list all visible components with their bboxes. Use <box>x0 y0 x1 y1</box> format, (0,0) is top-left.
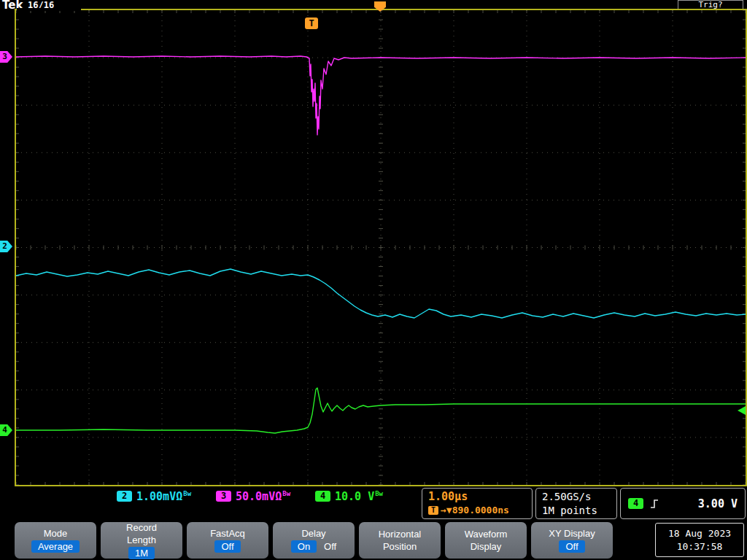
menu-button-delay[interactable]: Delay On Off <box>273 522 355 559</box>
timebase-scale: 1.00μs <box>428 490 526 503</box>
ch4-trace <box>16 388 746 433</box>
ch4-scale: 10.0 VBw <box>335 490 383 503</box>
ch3-badge: 3 <box>216 491 231 502</box>
ch3-bandwidth-icon: Bw <box>282 490 290 497</box>
sample-rate: 2.50GS/s <box>542 490 611 504</box>
horizontal-label2: Position <box>383 541 417 553</box>
horizontal-label1: Horizontal <box>379 529 422 540</box>
trigger-source-badge: 4 <box>628 498 643 509</box>
trigger-delay-value: →▼890.0000ns <box>441 505 509 516</box>
trigger-position-flag: T <box>305 18 318 29</box>
date-value: 18 Aug 2023 <box>668 527 731 540</box>
frame-gap <box>17 8 81 11</box>
ch2-readout: 2 1.00mVΩBw <box>117 490 191 502</box>
mode-label: Mode <box>44 528 68 540</box>
mode-value: Average <box>31 540 80 553</box>
ch4-readout: 4 10.0 VBw <box>315 490 383 502</box>
channel-marker-3: 3 <box>0 51 12 63</box>
waveform-label2: Display <box>471 541 502 553</box>
channel-marker-4: 4 <box>0 424 12 436</box>
xy-label: XY Display <box>549 528 595 540</box>
trigger-level-arrow <box>738 406 746 415</box>
fastacq-label: FastAcq <box>210 528 245 540</box>
menu-button-mode[interactable]: Mode Average <box>15 522 96 559</box>
ch4-bandwidth-icon: Bw <box>375 490 383 497</box>
trigger-readout: 4 3.00 V <box>620 488 746 519</box>
delay-label: Delay <box>301 528 325 540</box>
record-points: 1M points <box>542 504 611 518</box>
record-length-value: 1M <box>128 547 155 559</box>
menu-button-waveform-display[interactable]: Waveform Display <box>445 522 527 559</box>
record-length-label1: Record <box>126 522 157 534</box>
ch3-readout: 3 50.0mVΩBw <box>216 490 290 502</box>
menu-button-horizontal-position[interactable]: Horizontal Position <box>359 522 441 559</box>
trigger-delay-badge: T <box>428 506 438 515</box>
menu-button-fastacq[interactable]: FastAcq Off <box>187 522 268 559</box>
ch2-badge: 2 <box>117 491 132 502</box>
acquisition-readout: 2.50GS/s 1M points <box>535 488 617 519</box>
time-value: 10:37:58 <box>677 540 723 553</box>
delay-off-option: Off <box>324 541 336 553</box>
datetime-display: 18 Aug 2023 10:37:58 <box>655 523 744 557</box>
trigger-slope-icon <box>649 498 659 510</box>
xy-value: Off <box>559 540 584 553</box>
waveform-label1: Waveform <box>465 529 508 540</box>
oscilloscope-screen: Tek 16/16 Trig? 3 2 4 T 2 1.00mVΩBw 3 50… <box>0 0 747 560</box>
graticule-svg <box>16 10 746 485</box>
menu-button-xy-display[interactable]: XY Display Off <box>531 522 613 559</box>
trigger-level-value: 3.00 V <box>698 497 738 510</box>
graticule-frame <box>15 9 747 486</box>
channel-marker-2: 2 <box>0 241 12 252</box>
fastacq-value: Off <box>214 540 240 553</box>
horizontal-readout: 1.00μs T →▼890.0000ns <box>422 488 533 519</box>
ch4-badge: 4 <box>315 491 330 502</box>
ch3-scale: 50.0mVΩBw <box>236 490 290 503</box>
ch2-scale: 1.00mVΩBw <box>136 490 191 503</box>
record-length-label2: Length <box>127 534 156 546</box>
delay-on-option: On <box>291 540 317 553</box>
menu-button-record-length[interactable]: Record Length 1M <box>101 522 182 559</box>
ch2-bandwidth-icon: Bw <box>183 490 191 497</box>
